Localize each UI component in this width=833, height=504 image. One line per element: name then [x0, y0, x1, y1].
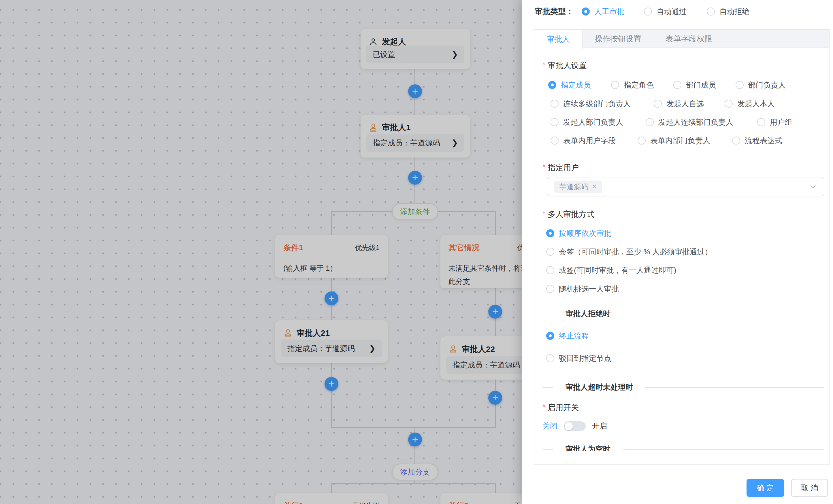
tab-label: 操作按钮设置: [595, 34, 641, 44]
radio-label: 用户组: [770, 117, 792, 127]
radio-icon: [644, 7, 652, 16]
radio-icon: [550, 136, 558, 145]
radio-label: 发起人本人: [737, 99, 775, 109]
radio-icon: [546, 354, 554, 362]
empty-section-divider: 审批人为空时: [543, 444, 824, 451]
radio-label: 自动通过: [657, 7, 687, 17]
multi-mode-option[interactable]: 随机挑选一人审批: [546, 283, 619, 294]
assign-user-label: 指定用户: [543, 162, 579, 173]
radio-label: 发起人部门负责人: [563, 117, 623, 127]
radio-icon: [638, 136, 646, 145]
radio-label: 人工审批: [594, 7, 624, 17]
tab-label: 审批人: [547, 34, 570, 44]
approver-type-option[interactable]: 连续多级部门负责人: [550, 98, 630, 109]
radio-icon: [732, 136, 740, 145]
approver-setting-label: 审批人设置: [543, 60, 587, 71]
radio-label: 连续多级部门负责人: [563, 99, 630, 109]
approver-type-option[interactable]: 发起人自选: [654, 98, 704, 109]
approver-type-option[interactable]: 指定角色: [611, 79, 654, 91]
approver-type-option[interactable]: 表单内用户字段: [550, 135, 616, 146]
tab-bar: 审批人 操作按钮设置 表单字段权限: [534, 30, 829, 48]
approval-type-option[interactable]: 自动拒绝: [707, 6, 749, 17]
radio-icon: [707, 7, 715, 16]
radio-label: 指定角色: [624, 80, 654, 90]
radio-selected-icon: [546, 332, 554, 340]
confirm-button[interactable]: 确 定: [746, 479, 784, 497]
multi-mode-option[interactable]: 或签(可同时审批，有一人通过即可): [546, 265, 676, 276]
empty-section-title: 审批人为空时: [566, 444, 611, 451]
approver-type-option[interactable]: 指定成员: [548, 79, 591, 91]
switch-off-label: 关闭: [543, 421, 557, 431]
toggle-knob: [565, 422, 573, 430]
tab-body-scroll-area[interactable]: 审批人设置 指定成员指定角色部门成员部门负责人连续多级部门负责人发起人自选发起人…: [534, 49, 829, 451]
radio-label: 发起人连续部门负责人: [658, 117, 733, 127]
radio-icon: [673, 81, 682, 89]
approval-type-option[interactable]: 人工审批: [582, 6, 624, 17]
assign-user-select[interactable]: 芋道源码 ✕: [547, 177, 824, 196]
approver-settings-drawer: 审批类型： 人工审批自动通过自动拒绝 审批人 操作按钮设置 表单字段权限 审批人…: [522, 0, 833, 504]
workflow-designer: 发起人 已设置 ❯ + 审批人1 指定成员：芋道源码 ❯ +: [0, 0, 833, 504]
approver-type-option[interactable]: 流程表达式: [732, 135, 782, 146]
radio-label: 按顺序依次审批: [559, 228, 611, 238]
tab-form-field-permissions[interactable]: 表单字段权限: [653, 30, 724, 48]
radio-icon: [550, 118, 558, 126]
cancel-button[interactable]: 取 消: [791, 479, 828, 497]
radio-label: 驳回到指定节点: [559, 353, 611, 363]
selected-user-tag: 芋道源码 ✕: [554, 181, 602, 193]
chevron-down-icon: [809, 183, 817, 191]
approver-form: 审批人设置 指定成员指定角色部门成员部门负责人连续多级部门负责人发起人自选发起人…: [534, 49, 829, 451]
approver-type-option[interactable]: 用户组: [757, 117, 792, 128]
selected-user-name: 芋道源码: [560, 182, 588, 192]
reject-section-title: 审批人拒绝时: [566, 309, 611, 319]
multi-mode-label: 多人审批方式: [543, 209, 594, 220]
approver-type-option[interactable]: 发起人部门负责人: [550, 117, 623, 128]
approver-type-option[interactable]: 发起人本人: [724, 98, 775, 109]
reject-action-option[interactable]: 终止流程: [546, 330, 589, 341]
settings-tabs-container: 审批人 操作按钮设置 表单字段权限 审批人设置 指定成员指定角色部门成员部门负责…: [534, 29, 830, 464]
radio-label: 终止流程: [559, 331, 589, 341]
multi-mode-option[interactable]: 按顺序依次审批: [546, 228, 611, 239]
modal-overlay[interactable]: [0, 0, 522, 504]
radio-icon: [736, 81, 744, 89]
radio-label: 表单内用户字段: [563, 136, 616, 146]
radio-label: 会签（可同时审批，至少 % 人必须审批通过）: [559, 247, 712, 257]
radio-icon: [646, 118, 654, 126]
reject-section-divider: 审批人拒绝时: [543, 309, 824, 319]
radio-icon: [611, 81, 619, 89]
timeout-section-title: 审批人超时未处理时: [566, 382, 633, 392]
approval-type-label: 审批类型：: [535, 6, 574, 17]
tab-approver[interactable]: 审批人: [534, 30, 582, 49]
radio-label: 或签(可同时审批，有一人通过即可): [559, 265, 676, 275]
switch-on-label: 开启: [592, 421, 607, 431]
remove-tag-icon[interactable]: ✕: [592, 183, 597, 191]
radio-selected-icon: [546, 229, 554, 237]
radio-icon: [546, 266, 554, 274]
radio-label: 自动拒绝: [719, 7, 749, 17]
tab-label: 表单字段权限: [666, 34, 712, 44]
timeout-section-divider: 审批人超时未处理时: [543, 382, 824, 392]
reject-action-option[interactable]: 驳回到指定节点: [546, 353, 611, 364]
radio-label: 发起人自选: [666, 99, 704, 109]
radio-label: 流程表达式: [745, 136, 782, 146]
radio-selected-icon: [582, 7, 590, 16]
radio-label: 随机挑选一人审批: [559, 284, 619, 294]
tab-action-buttons[interactable]: 操作按钮设置: [582, 30, 653, 48]
approver-type-option[interactable]: 部门负责人: [736, 79, 786, 91]
approver-type-option[interactable]: 发起人连续部门负责人: [646, 117, 733, 128]
radio-icon: [550, 100, 558, 108]
enable-switch-label: 启用开关: [543, 402, 579, 413]
radio-icon: [757, 118, 765, 126]
radio-icon: [546, 248, 554, 256]
approver-type-option[interactable]: 表单内部门负责人: [638, 135, 710, 146]
radio-label: 部门负责人: [748, 80, 786, 90]
approver-type-option[interactable]: 部门成员: [673, 79, 716, 91]
radio-label: 指定成员: [561, 80, 591, 90]
radio-label: 表单内部门负责人: [650, 136, 710, 146]
radio-selected-icon: [548, 81, 556, 89]
radio-icon: [546, 285, 554, 293]
timeout-toggle[interactable]: [564, 421, 586, 431]
multi-mode-option[interactable]: 会签（可同时审批，至少 % 人必须审批通过）: [546, 246, 712, 257]
radio-icon: [654, 100, 662, 108]
radio-label: 部门成员: [686, 80, 716, 90]
approval-type-option[interactable]: 自动通过: [644, 6, 687, 17]
